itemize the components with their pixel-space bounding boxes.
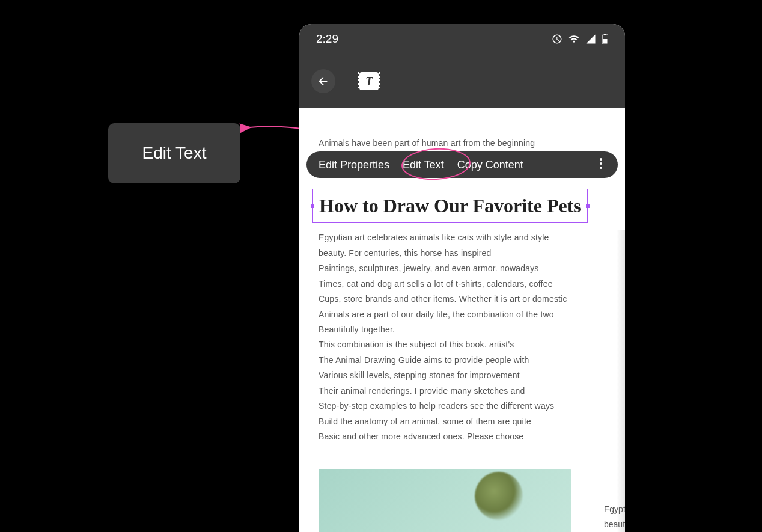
selected-heading-box[interactable]: How to Draw Our Favorite Pets [312,189,588,223]
heading-text: How to Draw Our Favorite Pets [319,193,581,219]
body-line: Their animal renderings. I provide many … [319,384,606,399]
selection-handle-left[interactable] [311,204,314,208]
next-page-image [604,230,625,532]
app-bar: T [299,54,625,108]
wifi-icon [568,34,579,44]
body-line: Cups, store brands and other items. Whet… [319,292,606,307]
svg-rect-2 [604,34,606,35]
context-menu: Edit Properties Edit Text Copy Content [306,151,618,178]
body-line: Build the anatomy of an animal. some of … [319,414,606,429]
signal-icon [585,34,596,44]
svg-point-4 [600,158,602,161]
body-line: Paintings, sculptures, jewelry, and even… [319,261,606,276]
callout-label: Edit Text [142,144,207,163]
body-text: Egyptian art celebrates animals like cat… [319,230,606,445]
body-line: Beautifully together. [319,322,606,337]
menu-copy-content[interactable]: Copy Content [457,159,523,171]
next-page-text: Egyptian a beauty. Fo [604,502,625,532]
phone-frame: 2:29 T Animals have been part of human a… [299,24,625,532]
back-arrow-icon [317,75,330,88]
text-tool-button[interactable]: T [359,72,379,90]
more-vert-icon [599,157,603,170]
menu-edit-properties[interactable]: Edit Properties [319,159,389,171]
menu-edit-text[interactable]: Edit Text [403,159,444,171]
callout-tooltip: Edit Text [108,123,240,183]
side-line: beauty. Fo [604,517,625,532]
body-line: The Animal Drawing Guide aims to provide… [319,353,606,368]
body-line: Basic and other more advanced ones. Plea… [319,429,606,444]
body-line: Various skill levels, stepping stones fo… [319,368,606,383]
back-button[interactable] [311,69,335,93]
status-icons [552,34,608,44]
intro-text: Animals have been part of human art from… [319,138,606,148]
body-line: Egyptian art celebrates animals like cat… [319,230,606,245]
side-line: Egyptian a [604,502,625,517]
body-line: Step-by-step examples to help readers se… [319,399,606,414]
status-time: 2:29 [316,32,338,46]
document-content[interactable]: Animals have been part of human art from… [299,108,625,532]
body-line: Animals are a part of our daily life, th… [319,307,606,322]
text-tool-glyph: T [365,75,373,88]
document-image [319,469,571,532]
body-line: Times, cat and dog art sells a lot of t-… [319,277,606,292]
alarm-icon [552,34,562,44]
svg-point-6 [600,167,602,169]
svg-rect-3 [603,39,608,44]
status-bar: 2:29 [299,24,625,54]
menu-more-button[interactable] [599,157,606,172]
selection-handle-right[interactable] [586,204,590,208]
body-line: beauty. For centuries, this horse has in… [319,246,606,261]
body-line: This combination is the subject of this … [319,337,606,352]
battery-icon [602,34,608,44]
svg-point-5 [600,162,602,165]
